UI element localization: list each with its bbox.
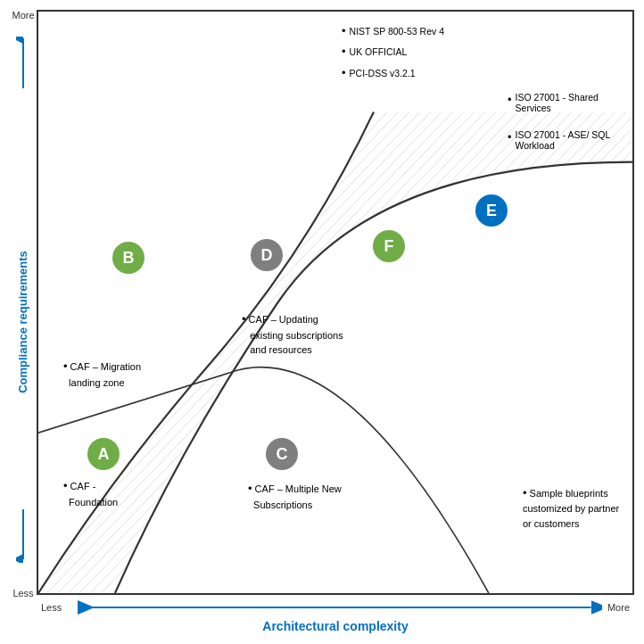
y-axis-label: Compliance requirements <box>15 251 31 393</box>
badge-c: C <box>266 438 298 470</box>
standards-top: •NIST SP 800-53 Rev 4 •UK OFFICIAL •PCI-… <box>342 21 444 83</box>
label-caf-multiple: • CAF – Multiple New Subscriptions <box>248 480 342 512</box>
standard-uk: •UK OFFICIAL <box>342 41 444 62</box>
y-less-label: Less <box>12 588 33 599</box>
badge-a: A <box>87 438 120 470</box>
main-container: More Compliance requirements <box>10 10 634 634</box>
x-axis-bottom-row: Less More <box>37 599 634 616</box>
x-axis-line <box>67 599 602 616</box>
badge-e: E <box>475 194 508 227</box>
label-caf-updating: • CAF – Updating existing subscriptions … <box>242 310 343 358</box>
standards-right: • ISO 27001 - Shared Services • ISO 2700… <box>508 92 623 151</box>
x-axis-label: Architectural complexity <box>262 619 408 633</box>
badge-b: B <box>112 242 144 274</box>
standard-iso-shared: • ISO 27001 - Shared Services <box>508 92 623 113</box>
label-caf-foundation: • CAF - Foundation <box>63 477 118 509</box>
x-more-label: More <box>607 602 630 613</box>
label-blueprints: • Sample blueprints customized by partne… <box>523 484 625 532</box>
x-axis-arrows-icon <box>67 599 602 616</box>
plot-area: •NIST SP 800-53 Rev 4 •UK OFFICIAL •PCI-… <box>37 10 634 595</box>
badge-f: F <box>373 230 405 262</box>
y-arrow-up-icon <box>16 37 30 90</box>
label-caf-migration: • CAF – Migration landing zone <box>63 358 141 390</box>
y-arrow-down-icon <box>16 509 30 563</box>
standard-iso-ase: • ISO 27001 - ASE/ SQL Workload <box>508 129 623 151</box>
chart-main: •NIST SP 800-53 Rev 4 •UK OFFICIAL •PCI-… <box>37 10 634 634</box>
badge-d: D <box>251 239 283 271</box>
standard-nist: •NIST SP 800-53 Rev 4 <box>342 21 444 41</box>
y-axis-container: More Compliance requirements <box>10 10 37 634</box>
standard-pci: •PCI-DSS v3.2.1 <box>342 62 444 83</box>
y-more-label: More <box>12 10 34 21</box>
x-less-label: Less <box>41 602 62 613</box>
x-axis-label-row: Architectural complexity <box>37 618 634 634</box>
